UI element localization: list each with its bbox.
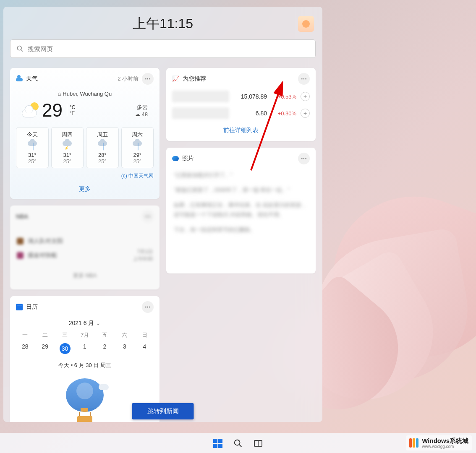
search-icon (233, 439, 243, 448)
recommend-detail-link[interactable]: 前往详细列表 (166, 122, 316, 141)
rain-icon: ❙ ❙ (98, 141, 107, 149)
svg-point-0 (17, 46, 21, 50)
photos-icon (172, 156, 179, 161)
calendar-today-line: 今天 • 6 月 30 日 周三 (10, 357, 160, 373)
calendar-day[interactable]: 2 (95, 341, 115, 357)
rain-icon: ❙ ❙ (133, 141, 142, 149)
weather-title: 天气 (26, 75, 38, 83)
weather-updated: 2 小时前 (118, 75, 139, 83)
svg-line-4 (239, 444, 242, 447)
weather-source: (c) 中国天气网 (10, 172, 160, 182)
user-avatar[interactable] (298, 16, 314, 32)
search-input[interactable] (28, 45, 309, 52)
sports-widget[interactable]: NBA ⋯ 湖人队对太阳 掘金对快船 7月1日 上午9:00 更多 NBA (10, 206, 160, 289)
widgets-panel: 上午11:15 天气 2 小时前 ⋯ Hu (3, 7, 322, 422)
weather-condition: 多云 (135, 104, 148, 111)
avatar-icon (302, 20, 310, 28)
start-button[interactable] (213, 438, 223, 448)
jump-to-news-button[interactable]: 跳转到新闻 (132, 403, 194, 419)
weather-more-link[interactable]: 更多 (10, 182, 160, 199)
recommend-title: 为您推荐 (183, 75, 206, 83)
forecast-day[interactable]: 周四 ⚡ 31° 25° (51, 127, 84, 168)
calendar-day-today[interactable]: 30 (55, 341, 75, 357)
recommend-value: 6.80 (233, 110, 267, 117)
weather-temp: 29 (42, 101, 63, 120)
weather-icon (16, 76, 23, 81)
add-button[interactable]: + (301, 109, 310, 118)
weather-units[interactable]: °C °F (67, 104, 75, 116)
sports-more-button[interactable]: ⋯ (142, 211, 154, 222)
blurred-label (172, 91, 229, 102)
calendar-month[interactable]: 2021 6 月 (10, 316, 160, 330)
rain-icon: ❙ ❙ (28, 141, 37, 149)
forecast-row: 今天 ❙ ❙ 31° 25° 周四 ⚡ 31° 25° 周五 ❙ ❙ 2 (10, 124, 160, 172)
calendar-icon (16, 304, 23, 310)
weather-location: Hubei, Wuchang Qu (10, 88, 160, 99)
taskbar (0, 433, 476, 453)
calendar-day[interactable]: 29 (35, 341, 55, 357)
recommend-row[interactable]: 6.80 +0.30% + (166, 105, 316, 122)
taskbar-search-button[interactable] (233, 438, 243, 448)
blurred-label (172, 107, 229, 119)
calendar-more-button[interactable]: ⋯ (142, 301, 154, 313)
thunder-icon: ⚡ (63, 141, 72, 149)
weather-more-button[interactable]: ⋯ (142, 73, 154, 85)
calendar-title: 日历 (26, 303, 38, 311)
recommend-change: +0.30% (271, 110, 296, 117)
watermark-logo (409, 438, 418, 448)
windows-icon (213, 439, 222, 448)
forecast-day[interactable]: 今天 ❙ ❙ 31° 25° (16, 127, 49, 168)
recommend-more-button[interactable]: ⋯ (298, 73, 310, 85)
partly-cloudy-icon (22, 102, 39, 118)
blurred-content: 如果，已有事情正在，事件结束。在 此处显示的资源，还可能是一个下划线式 内容风格… (166, 198, 316, 222)
svg-line-1 (21, 49, 23, 51)
blurred-content: 下次，有一段还和章节的已删除。 (166, 222, 316, 237)
add-button[interactable]: + (301, 92, 310, 101)
forecast-day[interactable]: 周六 ❙ ❙ 29° 25° (121, 127, 154, 168)
calendar-day[interactable]: 28 (15, 341, 35, 357)
stock-icon: 📈 (172, 76, 179, 82)
search-bar[interactable] (10, 39, 316, 58)
recommend-change: +0.53% (271, 94, 296, 100)
calendar-day[interactable]: 1 (75, 341, 94, 357)
photos-more-button[interactable]: ⋯ (298, 153, 310, 164)
widgets-icon (254, 440, 262, 447)
weather-widget[interactable]: 天气 2 小时前 ⋯ Hubei, Wuchang Qu 29 (10, 68, 160, 199)
weather-condition-block: 多云 ☁ 48 (135, 104, 148, 117)
photos-title: 照片 (182, 155, 194, 162)
calendar-grid: 一 二 三 7月 五 六 日 28 29 30 1 2 3 4 (10, 330, 160, 357)
calendar-day[interactable]: 3 (115, 341, 134, 357)
sports-title: NBA (16, 213, 28, 220)
photos-widget[interactable]: 照片 ⋯ "已重新加载并打开了。" "新版已更新了，2008年了，第一版 将在一… (166, 148, 316, 273)
watermark: Windows系统城 www.wxclgg.com (406, 435, 472, 450)
recommend-value: 15,078.89 (233, 93, 267, 100)
blurred-content: "新版已更新了，2008年了，第一版 将在一起。" (166, 182, 316, 197)
svg-point-3 (235, 440, 240, 445)
recommend-widget[interactable]: 📈 为您推荐 ⋯ 15,078.89 +0.53% + 6.80 +0.30% … (166, 68, 316, 141)
calendar-illustration (66, 378, 104, 422)
panel-header: 上午11:15 (10, 13, 316, 34)
weather-extra: ☁ 48 (135, 111, 148, 117)
search-icon (16, 45, 24, 52)
sports-body: 湖人队对太阳 掘金对快船 7月1日 上午9:00 更多 NBA (10, 226, 160, 288)
recommend-row[interactable]: 15,078.89 +0.53% + (166, 88, 316, 105)
weather-current: 29 °C °F 多云 ☁ 48 (10, 99, 160, 124)
clock-label: 上午11:15 (133, 15, 193, 33)
taskbar-widgets-button[interactable] (253, 438, 263, 448)
forecast-day[interactable]: 周五 ❙ ❙ 28° 25° (86, 127, 119, 168)
blurred-content: "已重新加载并打开了。" (166, 168, 316, 182)
calendar-day[interactable]: 4 (135, 341, 154, 357)
